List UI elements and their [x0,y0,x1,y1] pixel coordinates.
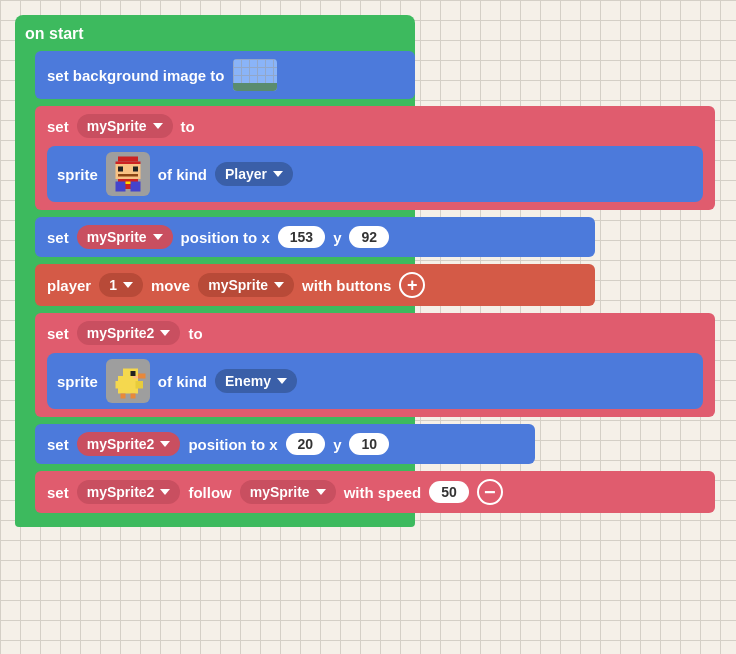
x2-value[interactable]: 20 [286,433,326,455]
svg-rect-5 [118,174,138,177]
player-num-dropdown[interactable]: 1 [99,273,143,297]
set-label-3: set [47,325,69,342]
set-position-2-block: set mySprite2 position to x 20 y 10 [35,424,535,464]
svg-rect-15 [135,381,143,389]
position-to-x-label: position to x [181,229,270,246]
block-stack: set background image to set mySprite to … [25,51,405,527]
with-buttons-label: with buttons [302,277,391,294]
set-position-1-block: set mySprite position to x 153 y 92 [35,217,595,257]
set-bg-text: set background image to [47,67,225,84]
player-text: player [47,277,91,294]
svg-rect-16 [120,394,125,399]
set-follow-block: set mySprite2 follow mySprite with speed… [35,471,715,513]
y2-value[interactable]: 10 [349,433,389,455]
on-start-label: on start [25,21,405,51]
svg-rect-0 [118,157,138,162]
player-sprite-image [108,154,148,194]
mysprite2-pos-dropdown[interactable]: mySprite2 [77,432,181,456]
sprite-kind-inner: sprite [47,146,703,202]
x1-value[interactable]: 153 [278,226,325,248]
move-label: move [151,277,190,294]
svg-rect-3 [118,167,123,172]
to-label-1: to [181,118,195,135]
svg-rect-13 [138,374,146,379]
svg-rect-1 [115,162,140,165]
position-to-x-label-2: position to x [188,436,277,453]
add-button[interactable]: + [399,272,425,298]
speed-value[interactable]: 50 [429,481,469,503]
mysprite2-pos-arrow [160,441,170,447]
set-mysprite-block: set mySprite to sprite [35,106,715,210]
y1-value[interactable]: 92 [349,226,389,248]
player-num-arrow [123,282,133,288]
mysprite-target-dropdown[interactable]: mySprite [240,480,336,504]
of-kind-label-1: of kind [158,166,207,183]
set-label-5: set [47,484,69,501]
svg-rect-14 [115,381,123,389]
svg-rect-12 [130,371,135,376]
y-label-1: y [333,229,341,246]
mysprite-move-arrow [274,282,284,288]
mysprite-move-dropdown[interactable]: mySprite [198,273,294,297]
enemy-sprite-image [108,361,148,401]
svg-rect-17 [130,394,135,399]
workspace: on start set background image to set myS… [10,10,420,532]
with-speed-label: with speed [344,484,422,501]
set-label-2: set [47,229,69,246]
svg-rect-4 [133,167,138,172]
player-move-block: set player 1 move mySprite with buttons … [35,264,595,306]
svg-rect-9 [125,182,130,185]
mysprite2-arrow [160,330,170,336]
svg-rect-18 [133,376,138,379]
set-mysprite2-block: set mySprite2 to sprite [35,313,715,417]
player-kind-dropdown[interactable]: Player [215,162,293,186]
enemy-kind-dropdown[interactable]: Enemy [215,369,297,393]
y-label-2: y [333,436,341,453]
sprite-label-1: sprite [57,166,98,183]
remove-button[interactable]: − [477,479,503,505]
follow-label: follow [188,484,231,501]
set-label-1: set [47,118,69,135]
mysprite-target-arrow [316,489,326,495]
to-label-2: to [188,325,202,342]
player-sprite-slot[interactable] [106,152,150,196]
set-background-block: set background image to [35,51,415,99]
mysprite2-follow-dropdown[interactable]: mySprite2 [77,480,181,504]
mysprite-dropdown[interactable]: mySprite [77,114,173,138]
background-image-icon[interactable] [233,59,277,91]
mysprite2-dropdown[interactable]: mySprite2 [77,321,181,345]
enemy-sprite-slot[interactable] [106,359,150,403]
svg-rect-8 [130,182,140,192]
enemy-kind-arrow [277,378,287,384]
mysprite-pos-arrow [153,234,163,240]
set-label-4: set [47,436,69,453]
mysprite-arrow [153,123,163,129]
of-kind-label-2: of kind [158,373,207,390]
sprite-label-2: sprite [57,373,98,390]
mysprite-pos-dropdown[interactable]: mySprite [77,225,173,249]
svg-rect-7 [115,182,125,192]
mysprite2-follow-arrow [160,489,170,495]
player-kind-arrow [273,171,283,177]
on-start-block: on start set background image to set myS… [15,15,415,527]
sprite-kind-inner-2: sprite [47,353,703,409]
